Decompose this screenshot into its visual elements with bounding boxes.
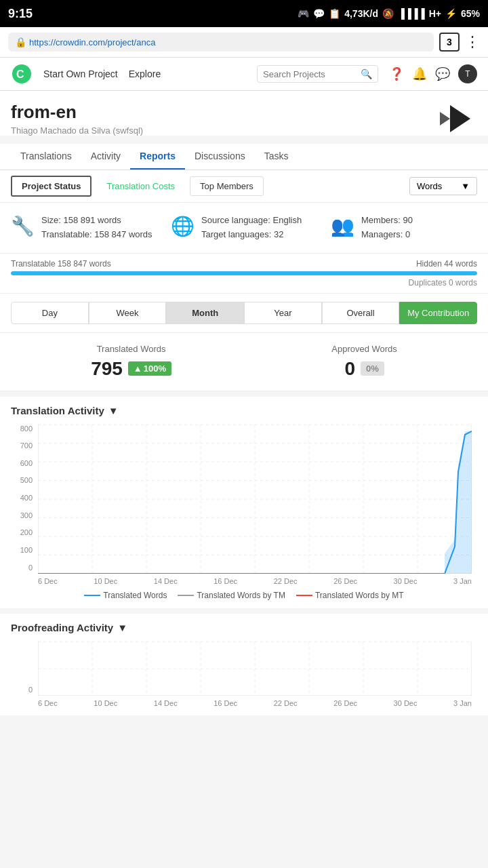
period-year-button[interactable]: Year [244,302,322,324]
translation-costs-button[interactable]: Translation Costs [97,177,184,195]
stat-size: 🔧 Size: 158 891 words Translatable: 158 … [11,214,157,242]
explore-link[interactable]: Explore [129,68,161,79]
activity-chart-svg [38,425,472,574]
legend-label-mt: Translated Words by MT [315,591,404,600]
x-label-16dec: 16 Dec [214,577,237,585]
app-icon-3: 📋 [329,8,340,19]
brand-logo [436,102,477,136]
period-day-button[interactable]: Day [11,302,89,324]
nav-bar: C Start Own Project Explore 🔍 ❓ 🔔 💬 T [0,58,488,91]
words-dropdown[interactable]: Words ▼ [409,177,477,195]
translation-activity-section: Translation Activity ▼ 0 100 200 300 400… [0,397,488,608]
tab-reports[interactable]: Reports [130,144,185,170]
proof-x-26dec: 26 Dec [333,699,357,707]
main-tabs: Translations Activity Reports Discussion… [0,144,488,170]
url-bar[interactable]: 🔒 https://crowdin.com/project/anca [8,33,434,52]
svg-text:C: C [16,68,24,80]
svg-marker-2 [450,105,470,132]
status-icons: 🎮 💬 📋 4,73K/d 🔕 ▐▐▐▐ H+ ⚡ 65% [298,8,480,19]
stat-managers-text: Managers: 0 [361,229,410,239]
proof-y-0: 0 [11,686,33,694]
stat-translatable-text: Translatable: 158 847 words [41,229,152,239]
chart-y-axis: 0 100 200 300 400 500 600 700 800 [11,425,35,572]
avatar[interactable]: T [458,64,477,83]
x-label-10dec: 10 Dec [94,577,117,585]
x-label-22dec: 22 Dec [274,577,298,585]
project-status-button[interactable]: Project Status [11,176,92,197]
battery-icon: ⚡ [445,8,457,19]
user-name[interactable]: Thiago Machado da Silva [11,125,110,136]
tab-tasks[interactable]: Tasks [255,144,298,170]
approved-words-value-row: 0 0% [331,358,397,380]
help-icon[interactable]: ❓ [389,66,404,81]
y-label-800: 800 [11,425,33,433]
y-label-300: 300 [11,511,33,519]
chart-legend: Translated Words Translated Words by TM … [11,591,477,600]
period-week-button[interactable]: Week [89,302,167,324]
x-label-30dec: 30 Dec [394,577,418,585]
translatable-label: Translatable 158 847 words [11,259,111,269]
lock-icon: 🔒 [15,37,26,47]
search-icon[interactable]: 🔍 [361,68,372,79]
nav-icons: ❓ 🔔 💬 T [389,64,477,83]
proofreading-chart-area: 6 Dec 10 Dec 14 Dec 16 Dec 22 Dec 26 Dec… [38,642,472,707]
network-speed: 4,73K/d [344,8,378,19]
y-label-0: 0 [11,564,33,572]
app-icon-1: 🎮 [298,8,309,19]
y-label-500: 500 [11,476,33,484]
period-contribution-button[interactable]: My Contribution [399,302,477,324]
translated-words-item: Translated Words 795 ▲ 100% [91,344,171,380]
hidden-label: Hidden 44 words [416,259,477,269]
proof-x-axis: 6 Dec 10 Dec 14 Dec 16 Dec 22 Dec 26 Dec… [38,699,472,707]
chevron-down-icon[interactable]: ▼ [117,622,127,633]
proofreading-activity-section: Proofreading Activity ▼ 0 [0,614,488,715]
top-members-button[interactable]: Top Members [190,176,264,196]
period-overall-button[interactable]: Overall [322,302,400,324]
notification-icon[interactable]: 🔔 [412,66,427,81]
wrench-icon: 🔧 [11,215,35,237]
proofreading-chart-svg [38,642,472,696]
legend-label-tm: Translated Words by TM [197,591,285,600]
user-handle: (swfsql) [113,125,143,136]
legend-translated-by-tm: Translated Words by TM [178,591,285,600]
y-label-200: 200 [11,528,33,536]
up-arrow-icon: ▲ [134,363,142,374]
page-title: from-en [11,102,143,123]
chevron-down-icon: ▼ [461,181,470,191]
search-input[interactable] [263,69,358,79]
period-month-button[interactable]: Month [166,302,244,324]
x-label-3jan: 3 Jan [453,577,472,585]
tab-activity[interactable]: Activity [81,144,130,170]
translated-words-badge: ▲ 100% [128,361,171,376]
translated-words-label: Translated Words [91,344,171,354]
approved-words-label: Approved Words [331,344,397,354]
proof-x-30dec: 30 Dec [394,699,418,707]
network-type: H+ [429,8,441,19]
proof-x-14dec: 14 Dec [154,699,178,707]
stat-members-text: Members: 90 [361,215,413,225]
proof-x-22dec: 22 Dec [274,699,298,707]
signal-icon: ▐▐▐▐ [398,8,425,19]
words-section: Translated Words 795 ▲ 100% Approved Wor… [0,333,488,391]
browser-menu-icon[interactable]: ⋮ [465,33,480,51]
time: 9:15 [8,7,33,21]
proof-y-axis: 0 [11,642,35,694]
duplicates-info: Duplicates 0 words [11,278,477,288]
legend-line-red [296,595,312,596]
tab-count[interactable]: 3 [439,33,460,52]
chevron-down-icon[interactable]: ▼ [108,405,119,416]
url-text: https://crowdin.com/project/anca [29,37,155,47]
progress-bar-inner [11,271,477,275]
tab-discussions[interactable]: Discussions [185,144,255,170]
message-icon[interactable]: 💬 [435,66,450,81]
translated-words-number: 795 [91,358,123,380]
tab-translations[interactable]: Translations [11,144,81,170]
filter-bar: Project Status Translation Costs Top Mem… [0,170,488,203]
y-label-700: 700 [11,441,33,450]
page-user: Thiago Machado da Silva (swfsql) [11,125,143,136]
approved-words-number: 0 [344,358,355,380]
proof-x-16dec: 16 Dec [214,699,237,707]
start-own-project-link[interactable]: Start Own Project [43,68,118,79]
search-box[interactable]: 🔍 [257,65,378,83]
progress-section: Translatable 158 847 words Hidden 44 wor… [0,254,488,294]
